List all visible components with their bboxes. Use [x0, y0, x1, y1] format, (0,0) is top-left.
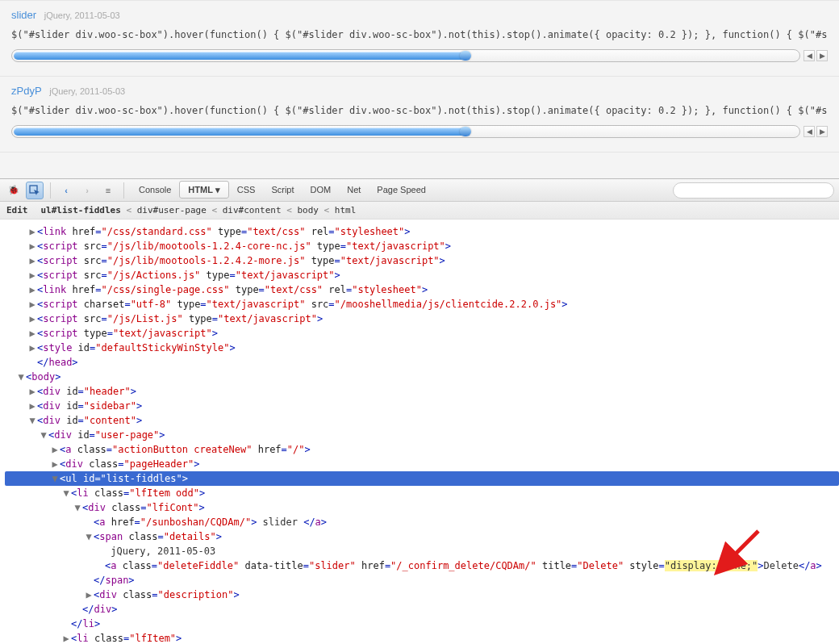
tree-node[interactable]: ▶<script src="/js/lib/mootools-1.2.4.2-m… — [5, 253, 839, 268]
fiddle-item: zPdyP jQuery, 2011-05-03 $("#slider div.… — [0, 77, 839, 153]
search-input[interactable] — [673, 182, 834, 199]
slider-track[interactable] — [11, 125, 800, 138]
breadcrumb: Edit ul#list-fiddles < div#user-page < d… — [0, 202, 839, 220]
tab-html[interactable]: HTML ▾ — [179, 181, 228, 199]
tree-node[interactable]: ▶<div class="pageHeader"> — [5, 457, 839, 471]
tree-node[interactable]: ▶<div id="sidebar"> — [5, 399, 839, 413]
expand-icon[interactable]: ▶ — [27, 253, 37, 268]
tree-node[interactable]: ▼<li class="lfItem odd"> — [5, 486, 839, 500]
expand-icon[interactable]: ▶ — [50, 457, 60, 471]
tree-node[interactable]: ▶<script charset="utf-8" type="text/java… — [5, 297, 839, 312]
tree-node[interactable]: ▼<body> — [5, 370, 839, 384]
slider-right-icon[interactable]: ▶ — [816, 126, 828, 137]
content-gap — [0, 153, 839, 178]
slider-left-icon[interactable]: ◀ — [804, 50, 815, 61]
slider-arrows: ◀ ▶ — [804, 126, 828, 137]
slider-left-icon[interactable]: ◀ — [804, 126, 815, 137]
tree-node[interactable]: ▼<div class="lfiCont"> — [5, 500, 839, 515]
expand-icon[interactable]: ▶ — [27, 341, 37, 355]
forward-icon[interactable]: › — [78, 182, 96, 199]
tab-net[interactable]: Net — [339, 182, 369, 198]
slider[interactable]: ◀ ▶ — [11, 123, 828, 140]
expand-icon[interactable]: ▶ — [61, 631, 71, 644]
tree-node[interactable]: ▶</div> — [5, 602, 839, 617]
fiddle-title: slider jQuery, 2011-05-03 — [11, 9, 828, 21]
tab-dom[interactable]: DOM — [303, 182, 340, 198]
tab-page-speed[interactable]: Page Speed — [369, 182, 434, 198]
expand-icon[interactable]: ▶ — [27, 326, 37, 341]
tree-node[interactable]: ▶</head> — [5, 355, 839, 370]
tree-node[interactable]: ▶</li> — [5, 617, 839, 631]
fiddle-link[interactable]: slider — [11, 9, 36, 21]
breadcrumb-item[interactable]: div#user-page — [137, 205, 207, 215]
collapse-icon[interactable]: ▼ — [84, 529, 94, 544]
tab-console[interactable]: Console — [131, 182, 179, 198]
breadcrumb-item[interactable]: ul#list-fiddles — [41, 205, 121, 215]
html-tree[interactable]: ▶<link href="/css/standard.css" type="te… — [0, 220, 839, 644]
expand-icon[interactable]: ▶ — [27, 268, 37, 282]
tree-node[interactable]: ▶<style id="defaultStickyWinStyle"> — [5, 341, 839, 355]
slider-arrows: ◀ ▶ — [804, 50, 828, 61]
devtools-panel: 🐞 ‹ › ≡ ConsoleHTML ▾CSSScriptDOMNetPage… — [0, 178, 839, 644]
expand-icon[interactable]: ▶ — [27, 239, 37, 253]
collapse-icon[interactable]: ▼ — [61, 486, 71, 500]
slider[interactable]: ◀ ▶ — [11, 47, 828, 65]
tab-css[interactable]: CSS — [229, 182, 264, 198]
back-icon[interactable]: ‹ — [57, 182, 75, 199]
expand-icon[interactable]: ▶ — [27, 282, 37, 297]
breadcrumb-item[interactable]: body — [297, 205, 319, 215]
collapse-icon[interactable]: ▼ — [73, 500, 82, 515]
tree-node[interactable]: ▶<li class="lfItem"> — [5, 631, 839, 644]
fiddle-item: slider jQuery, 2011-05-03 $("#slider div… — [0, 0, 839, 77]
collapse-icon[interactable]: ▼ — [16, 370, 26, 384]
tree-node[interactable]: ▼<ul id="list-fiddles"> — [5, 471, 839, 486]
expand-icon[interactable]: ▶ — [84, 588, 94, 602]
slider-fill — [14, 128, 470, 136]
page-content: slider jQuery, 2011-05-03 $("#slider div… — [0, 0, 839, 153]
search-wrap: 🔍 — [673, 182, 834, 199]
fiddle-meta: jQuery, 2011-05-03 — [44, 10, 120, 20]
tree-node[interactable]: ▶<script src="/js/List.js" type="text/ja… — [5, 312, 839, 326]
tree-node[interactable]: ▶<script src="/js/lib/mootools-1.2.4-cor… — [5, 239, 839, 253]
tree-node[interactable]: ▼<span class="details"> — [5, 529, 839, 544]
lines-icon[interactable]: ≡ — [99, 182, 117, 199]
tree-node[interactable]: ▶<link href="/css/standard.css" type="te… — [5, 224, 839, 239]
tree-node[interactable]: ▶ jQuery, 2011-05-03 — [5, 544, 839, 558]
expand-icon[interactable]: ▶ — [27, 384, 37, 399]
inspect-icon[interactable] — [26, 182, 44, 199]
tree-node[interactable]: ▶<script src="/js/Actions.js" type="text… — [5, 268, 839, 282]
tree-node[interactable]: ▼<div id="content"> — [5, 413, 839, 428]
fiddle-title: zPdyP jQuery, 2011-05-03 — [11, 85, 828, 97]
tree-node[interactable]: ▶<div class="description"> — [5, 588, 839, 602]
tab-script[interactable]: Script — [263, 182, 302, 198]
fiddle-code: $("#slider div.woo-sc-box").hover(functi… — [11, 102, 828, 123]
breadcrumb-item[interactable]: div#content — [223, 205, 282, 215]
tree-node[interactable]: ▶</span> — [5, 573, 839, 588]
tree-node[interactable]: ▶<a class="actionButton createNew" href=… — [5, 442, 839, 457]
edit-button[interactable]: Edit — [6, 205, 28, 215]
collapse-icon[interactable]: ▼ — [50, 471, 60, 486]
firebug-icon[interactable]: 🐞 — [5, 182, 23, 199]
collapse-icon[interactable]: ▼ — [39, 428, 48, 442]
fiddle-meta: jQuery, 2011-05-03 — [49, 86, 125, 96]
tree-node[interactable]: ▼<div id="user-page"> — [5, 428, 839, 442]
expand-icon[interactable]: ▶ — [27, 399, 37, 413]
expand-icon[interactable]: ▶ — [27, 224, 37, 239]
fiddle-code: $("#slider div.woo-sc-box").hover(functi… — [11, 26, 828, 47]
devtools-toolbar: 🐞 ‹ › ≡ ConsoleHTML ▾CSSScriptDOMNetPage… — [0, 179, 839, 202]
expand-icon[interactable]: ▶ — [50, 442, 60, 457]
tree-node[interactable]: ▶<div id="header"> — [5, 384, 839, 399]
collapse-icon[interactable]: ▼ — [27, 413, 37, 428]
tree-node[interactable]: ▶<a href="/sunboshan/CQDAm/"> slider </a… — [5, 515, 839, 529]
expand-icon[interactable]: ▶ — [27, 297, 37, 312]
slider-fill — [14, 52, 470, 60]
slider-track[interactable] — [11, 49, 800, 62]
breadcrumb-item[interactable]: html — [335, 205, 357, 215]
tree-node[interactable]: ▶<a class="deleteFiddle" data-title="sli… — [5, 558, 839, 573]
slider-right-icon[interactable]: ▶ — [816, 50, 828, 61]
expand-icon[interactable]: ▶ — [27, 312, 37, 326]
fiddle-link[interactable]: zPdyP — [11, 85, 42, 97]
tree-node[interactable]: ▶<link href="/css/single-page.css" type=… — [5, 282, 839, 297]
tree-node[interactable]: ▶<script type="text/javascript"> — [5, 326, 839, 341]
